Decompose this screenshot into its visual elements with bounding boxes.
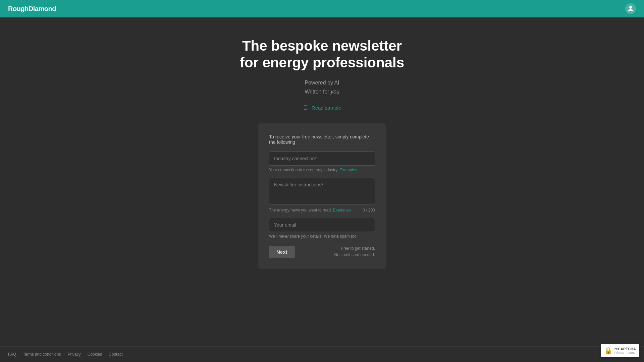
email-hint-text: We'll never share your details. We hate … xyxy=(269,234,375,239)
submit-row: Next Free to get started. No credit card… xyxy=(269,245,375,258)
read-sample-link[interactable]: 🗒 Read sample xyxy=(303,104,341,111)
footer-link-faq[interactable]: FAQ xyxy=(8,352,16,357)
newsletter-field-group: The energy news you want to read. Exampl… xyxy=(269,178,375,213)
account-icon[interactable] xyxy=(625,3,636,14)
footer-link-privacy[interactable]: Privacy xyxy=(67,352,80,357)
hero-subtitle: Powered by AI Written for you xyxy=(305,78,339,96)
newsletter-examples-link[interactable]: Examples xyxy=(333,208,351,213)
footer-link-cookies[interactable]: Cookies xyxy=(88,352,102,357)
free-text: Free to get started. No credit card need… xyxy=(334,245,375,258)
email-field-group: We'll never share your details. We hate … xyxy=(269,218,375,239)
form-intro-text: To receive your free newsletter, simply … xyxy=(269,134,375,145)
industry-examples-link[interactable]: Examples xyxy=(339,168,357,172)
header: RoughDiamond xyxy=(0,0,644,17)
recaptcha-label: reCAPTCHA xyxy=(614,347,636,351)
newsletter-hint: The energy news you want to read. Exampl… xyxy=(269,208,375,213)
newsletter-instructions-input[interactable] xyxy=(269,178,375,204)
industry-field-group: Your connection to the energy industry. … xyxy=(269,152,375,172)
signup-form-card: To receive your free newsletter, simply … xyxy=(258,123,386,269)
main-content: The bespoke newsletter for energy profes… xyxy=(0,17,644,346)
industry-connection-input[interactable] xyxy=(269,152,375,166)
industry-hint: Your connection to the energy industry. … xyxy=(269,168,375,172)
recaptcha-badge: 🔒 reCAPTCHA Privacy - Terms xyxy=(601,344,639,357)
recaptcha-logo-icon: 🔒 xyxy=(604,347,612,355)
hero-title: The bespoke newsletter for energy profes… xyxy=(240,38,404,71)
footer: FAQ Terms and conditions Privacy Cookies… xyxy=(0,346,644,362)
char-count: 0 / 200 xyxy=(363,208,375,213)
email-input[interactable] xyxy=(269,218,375,232)
article-icon: 🗒 xyxy=(303,104,309,111)
logo: RoughDiamond xyxy=(8,5,56,13)
next-button[interactable]: Next xyxy=(269,246,295,258)
recaptcha-links: Privacy - Terms xyxy=(614,351,636,354)
footer-link-contact[interactable]: Contact xyxy=(109,352,122,357)
footer-link-terms[interactable]: Terms and conditions xyxy=(23,352,61,357)
